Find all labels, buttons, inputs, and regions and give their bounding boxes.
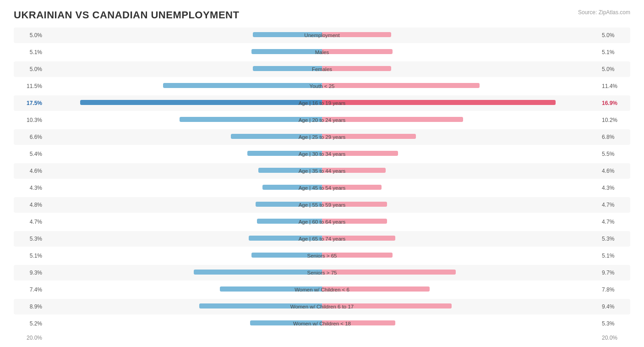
bar-ukrainian bbox=[251, 49, 322, 54]
bar-canadian bbox=[322, 83, 480, 88]
row-label: Age | 55 to 59 years bbox=[299, 202, 346, 208]
bar-ukrainian bbox=[194, 270, 322, 275]
right-value: 5.1% bbox=[598, 49, 630, 55]
bar-area: Females bbox=[46, 61, 598, 77]
chart-title: UKRAINIAN VS CANADIAN UNEMPLOYMENT bbox=[14, 9, 239, 21]
bar-area: Age | 20 to 24 years bbox=[46, 112, 598, 128]
bar-area: Age | 60 to 64 years bbox=[46, 214, 598, 230]
row-label: Age | 16 to 19 years bbox=[299, 100, 346, 106]
bar-area: Youth < 25 bbox=[46, 78, 598, 94]
bar-area: Seniors > 75 bbox=[46, 265, 598, 281]
chart-row: 9.3%Seniors > 759.7% bbox=[14, 265, 630, 281]
bar-area: Age | 35 to 44 years bbox=[46, 163, 598, 179]
left-value: 4.6% bbox=[14, 168, 46, 174]
right-value: 5.0% bbox=[598, 66, 630, 72]
row-label: Youth < 25 bbox=[310, 83, 335, 89]
chart-row: 10.3%Age | 20 to 24 years10.2% bbox=[14, 112, 630, 128]
bar-canadian bbox=[322, 66, 391, 71]
bar-area: Seniors > 65 bbox=[46, 248, 598, 264]
right-value: 5.3% bbox=[598, 320, 630, 327]
left-value: 4.7% bbox=[14, 219, 46, 225]
left-value: 9.3% bbox=[14, 270, 46, 276]
axis-left: 20.0% bbox=[14, 335, 46, 341]
bar-area: Age | 30 to 34 years bbox=[46, 146, 598, 162]
right-value: 4.7% bbox=[598, 202, 630, 208]
right-value: 9.7% bbox=[598, 270, 630, 276]
chart-row: 4.6%Age | 35 to 44 years4.6% bbox=[14, 163, 630, 179]
row-label: Seniors > 75 bbox=[307, 270, 337, 275]
chart-row: 4.3%Age | 45 to 54 years4.3% bbox=[14, 180, 630, 196]
bar-canadian bbox=[322, 270, 456, 275]
left-value: 5.0% bbox=[14, 32, 46, 39]
left-value: 10.3% bbox=[14, 117, 46, 123]
left-value: 5.1% bbox=[14, 253, 46, 259]
left-value: 4.3% bbox=[14, 185, 46, 191]
chart-row: 4.7%Age | 60 to 64 years4.7% bbox=[14, 214, 630, 230]
right-value: 10.2% bbox=[598, 117, 630, 123]
chart-row: 6.6%Age | 25 to 29 years6.8% bbox=[14, 129, 630, 145]
bar-canadian bbox=[322, 100, 556, 105]
left-value: 17.5% bbox=[14, 100, 46, 106]
right-value: 5.5% bbox=[598, 151, 630, 157]
left-value: 5.3% bbox=[14, 236, 46, 242]
chart-row: 17.5%Age | 16 to 19 years16.9% bbox=[14, 95, 630, 111]
right-value: 9.4% bbox=[598, 303, 630, 310]
right-value: 5.1% bbox=[598, 253, 630, 259]
row-label: Age | 65 to 74 years bbox=[299, 236, 346, 242]
bar-area: Unemployment bbox=[46, 28, 598, 43]
chart-row: 5.4%Age | 30 to 34 years5.5% bbox=[14, 146, 630, 162]
row-label: Females bbox=[312, 66, 332, 72]
left-value: 5.4% bbox=[14, 151, 46, 157]
chart-row: 5.1%Seniors > 655.1% bbox=[14, 248, 630, 264]
chart-source: Source: ZipAtlas.com bbox=[578, 9, 630, 16]
right-value: 11.4% bbox=[598, 83, 630, 89]
right-value: 5.0% bbox=[598, 32, 630, 39]
chart-row: 4.8%Age | 55 to 59 years4.7% bbox=[14, 197, 630, 213]
bar-area: Age | 55 to 59 years bbox=[46, 197, 598, 213]
bar-area: Women w/ Children < 18 bbox=[46, 316, 598, 331]
right-value: 16.9% bbox=[598, 100, 630, 106]
row-label: Age | 60 to 64 years bbox=[299, 219, 346, 225]
chart-row: 8.9%Women w/ Children 6 to 179.4% bbox=[14, 299, 630, 314]
right-value: 4.7% bbox=[598, 219, 630, 225]
right-value: 5.3% bbox=[598, 236, 630, 242]
bar-area: Age | 65 to 74 years bbox=[46, 231, 598, 247]
left-value: 5.2% bbox=[14, 320, 46, 327]
row-label: Age | 25 to 29 years bbox=[299, 134, 346, 140]
chart-row: 5.1%Males5.1% bbox=[14, 44, 630, 60]
left-value: 6.6% bbox=[14, 134, 46, 140]
row-label: Males bbox=[315, 50, 329, 55]
bar-ukrainian bbox=[80, 100, 322, 105]
row-label: Women w/ Children 6 to 17 bbox=[290, 304, 354, 309]
bar-ukrainian bbox=[163, 83, 322, 88]
chart-row: 5.0%Females5.0% bbox=[14, 61, 630, 77]
bar-area: Women w/ Children 6 to 17 bbox=[46, 299, 598, 314]
right-value: 6.8% bbox=[598, 134, 630, 140]
chart-row: 5.2%Women w/ Children < 185.3% bbox=[14, 316, 630, 331]
bar-area: Age | 16 to 19 years bbox=[46, 95, 598, 111]
row-label: Unemployment bbox=[304, 33, 339, 38]
bar-canadian bbox=[322, 49, 393, 54]
right-value: 7.8% bbox=[598, 286, 630, 293]
bar-area: Males bbox=[46, 44, 598, 60]
chart-row: 11.5%Youth < 2511.4% bbox=[14, 78, 630, 94]
left-value: 7.4% bbox=[14, 286, 46, 293]
chart-row: 7.4%Women w/ Children < 67.8% bbox=[14, 282, 630, 297]
row-label: Age | 35 to 44 years bbox=[299, 168, 346, 174]
chart-row: 5.3%Age | 65 to 74 years5.3% bbox=[14, 231, 630, 247]
axis-right: 20.0% bbox=[598, 335, 630, 341]
left-value: 8.9% bbox=[14, 303, 46, 310]
chart-container: UKRAINIAN VS CANADIAN UNEMPLOYMENT Sourc… bbox=[0, 0, 644, 347]
row-label: Age | 30 to 34 years bbox=[299, 151, 346, 157]
row-label: Seniors > 65 bbox=[307, 253, 337, 259]
chart-row: 5.0%Unemployment5.0% bbox=[14, 28, 630, 43]
left-value: 5.0% bbox=[14, 66, 46, 72]
chart-header: UKRAINIAN VS CANADIAN UNEMPLOYMENT Sourc… bbox=[14, 9, 630, 21]
chart-area: 5.0%Unemployment5.0%5.1%Males5.1%5.0%Fem… bbox=[14, 28, 630, 343]
left-value: 4.8% bbox=[14, 202, 46, 208]
bar-area: Women w/ Children < 6 bbox=[46, 282, 598, 297]
row-label: Women w/ Children < 18 bbox=[293, 321, 351, 326]
right-value: 4.3% bbox=[598, 185, 630, 191]
bar-area: Age | 45 to 54 years bbox=[46, 180, 598, 196]
left-value: 11.5% bbox=[14, 83, 46, 89]
